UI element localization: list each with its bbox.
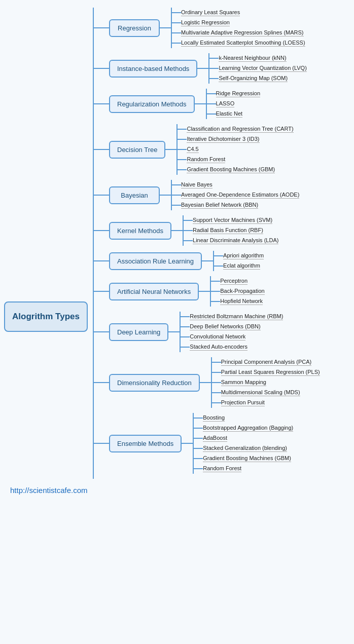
leaf-hline — [213, 255, 223, 256]
leaves-wrapper-decision-tree: Classification and Regression Tree (CART… — [176, 124, 293, 175]
category-box-association: Association Rule Learning — [109, 252, 202, 270]
leaf-hline — [171, 32, 181, 33]
leaves-vline-regularization — [206, 89, 207, 119]
leaves-vline-deep-learning — [180, 312, 181, 352]
leaf-row: C4.5 — [176, 146, 293, 153]
leaf-row: Logistic Regression — [171, 19, 305, 26]
leaf-row: Eclat algorithm — [213, 262, 264, 270]
leaf-row: Stacked Auto-encoders — [180, 344, 283, 351]
h-line-to-leaves-regularization — [195, 103, 206, 104]
h-line-to-kernel — [94, 230, 109, 231]
leaf-row: Partial Least Squares Regression (PLS) — [211, 369, 320, 376]
leaf-row: Self-Organizing Map (SOM) — [208, 75, 306, 82]
h-line-to-regression — [94, 27, 109, 28]
leaf-text: Restricted Boltzmann Machine (RBM) — [190, 313, 283, 320]
leaves-wrapper-regularization: Ridge RegressionLASSOElastic Net — [206, 89, 260, 119]
leaf-hline — [180, 316, 190, 317]
group-kernel: Kernel MethodsSupport Vector Machines (S… — [94, 215, 350, 246]
leaf-text: Partial Least Squares Regression (PLS) — [221, 369, 320, 376]
h-line-to-leaves-decision-tree — [165, 149, 176, 150]
category-box-ann: Artificial Neural Networks — [109, 283, 199, 300]
leaf-row: Random Forest — [193, 465, 293, 472]
leaf-row: Principal Component Analysis (PCA) — [211, 359, 320, 366]
leaves-wrapper-association: Apriori algorithmEclat algorithm — [213, 251, 264, 271]
group-dimensionality: Dimensionality ReductionPrincipal Compon… — [94, 357, 350, 408]
group-bayesian: BayesianNaive BayesAveraged One-Dependen… — [94, 180, 350, 210]
main-title: Alogrithm Types — [12, 312, 80, 321]
leaf-row: Projection Pursuit — [211, 399, 320, 406]
leaf-text: Bayesian Belief Network (BBN) — [181, 202, 258, 209]
leaf-row: Ordinary Least Squares — [171, 9, 305, 16]
leaves-wrapper-kernel: Support Vector Machines (SVM)Radial Basi… — [183, 215, 278, 246]
leaf-row: Deep Belief Networks (DBN) — [180, 323, 283, 330]
leaf-hline — [193, 418, 203, 419]
leaf-text: Radial Basis Function (RBF) — [193, 227, 263, 234]
leaf-hline — [171, 195, 181, 196]
leaf-text: Sammon Mapping — [221, 379, 266, 386]
h-line-to-bayesian — [94, 195, 109, 196]
h-line-to-decision-tree — [94, 149, 109, 150]
leaf-text: Bootstrapped Aggregation (Bagging) — [203, 425, 293, 432]
category-box-instance-based: Instance-based Methods — [109, 60, 197, 78]
leaf-text: Ridge Regression — [216, 90, 260, 97]
leaf-hline — [211, 362, 221, 363]
leaf-text: Iterative Dichotomiser 3 (ID3) — [187, 136, 259, 143]
leaf-hline — [176, 129, 187, 130]
leaf-text: Back-Propagation — [220, 288, 264, 295]
leaf-hline — [211, 382, 221, 383]
h-line-to-instance-based — [94, 68, 109, 69]
leaf-hline — [193, 468, 203, 469]
leaf-hline — [210, 291, 220, 292]
left-label-area: Alogrithm Types — [4, 301, 88, 332]
group-ensemble: Ensemble MethodsBoostingBootstrapped Agg… — [94, 413, 350, 474]
leaves-wrapper-instance-based: k-Nearest Neighbour (kNN)Learning Vector… — [208, 53, 306, 84]
leaves-wrapper-deep-learning: Restricted Boltzmann Machine (RBM)Deep B… — [180, 312, 283, 352]
leaf-hline — [176, 169, 187, 170]
leaf-text: Stacked Generalization (blending) — [203, 445, 287, 452]
leaf-row: Gradient Boosting Machines (GBM) — [193, 455, 293, 462]
leaf-text: LASSO — [216, 100, 235, 107]
leaves-vline-ann — [210, 276, 211, 307]
category-box-kernel: Kernel Methods — [109, 222, 171, 240]
diagram-area: RegressionOrdinary Least SquaresLogistic… — [92, 8, 350, 479]
category-box-regularization: Regularization Methods — [109, 95, 195, 113]
leaf-text: Convolutional Network — [190, 333, 245, 340]
leaf-hline — [206, 93, 216, 94]
footer-link[interactable]: http://scientistcafe.com — [10, 486, 88, 495]
leaf-text: C4.5 — [187, 146, 198, 153]
leaf-text: Logistic Regression — [181, 19, 230, 26]
leaf-row: Iterative Dichotomiser 3 (ID3) — [176, 136, 293, 143]
leaf-hline — [183, 230, 193, 231]
leaf-text: Random Forest — [187, 156, 225, 163]
leaf-row: Sammon Mapping — [211, 379, 320, 386]
h-line-to-leaves-instance-based — [197, 68, 208, 69]
leaf-row: Radial Basis Function (RBF) — [183, 227, 278, 234]
leaf-row: Apriori algorithm — [213, 252, 264, 259]
leaf-hline — [193, 448, 203, 449]
leaf-text: Multivariate Adaptive Regression Splines… — [181, 29, 304, 36]
leaf-row: LASSO — [206, 100, 260, 107]
leaf-row: Back-Propagation — [210, 288, 264, 295]
leaves-vline-bayesian — [171, 180, 172, 210]
leaf-text: Eclat algorithm — [223, 262, 260, 270]
leaf-text: Support Vector Machines (SVM) — [193, 217, 272, 224]
leaf-hline — [176, 139, 187, 140]
leaf-text: Elastic Net — [216, 110, 243, 118]
leaf-hline — [211, 402, 221, 403]
leaf-row: Multivariate Adaptive Regression Splines… — [171, 29, 305, 36]
leaves-wrapper-bayesian: Naive BayesAveraged One-Dependence Estim… — [171, 180, 299, 210]
leaf-hline — [180, 336, 190, 337]
leaf-hline — [210, 281, 220, 282]
leaf-row: Hopfield Network — [210, 298, 264, 305]
group-instance-based: Instance-based Methodsk-Nearest Neighbou… — [94, 53, 350, 84]
leaf-hline — [176, 149, 187, 150]
leaf-row: Stacked Generalization (blending) — [193, 445, 293, 452]
leaf-row: Gradient Boosting Machines (GBM) — [176, 166, 293, 173]
leaf-hline — [171, 43, 181, 44]
leaf-row: Averaged One-Dependence Estimators (AODE… — [171, 192, 299, 199]
group-association: Association Rule LearningApriori algorit… — [94, 251, 350, 271]
leaves-vline-decision-tree — [176, 124, 178, 175]
leaf-hline — [206, 113, 216, 115]
group-ann: Artificial Neural NetworksPerceptronBack… — [94, 276, 350, 307]
group-deep-learning: Deep LearningRestricted Boltzmann Machin… — [94, 312, 350, 352]
